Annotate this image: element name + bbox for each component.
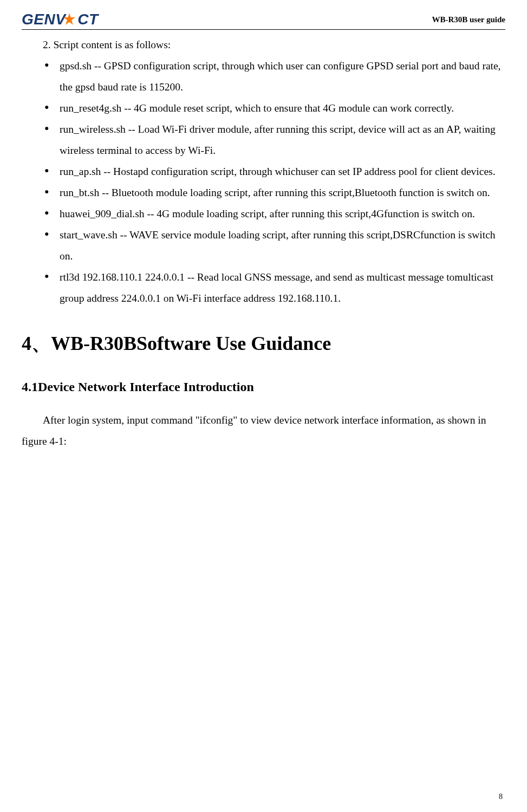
list-item: rtl3d 192.168.110.1 224.0.0.1 -- Read lo…	[48, 267, 505, 309]
list-item: run_bt.sh -- Bluetooth module loading sc…	[48, 182, 505, 203]
section-heading: 4、WB-R30BSoftware Use Guidance	[22, 324, 505, 363]
page-number: 8	[499, 792, 503, 801]
list-item: run_reset4g.sh -- 4G module reset script…	[48, 98, 505, 119]
logo: GENV CT	[22, 11, 99, 28]
body-content: 2. Script content is as follows: gpsd.sh…	[22, 34, 505, 452]
intro-line: 2. Script content is as follows:	[22, 34, 505, 55]
list-item: huawei_909_dial.sh -- 4G module loading …	[48, 203, 505, 224]
list-item: run_ap.sh -- Hostapd configuration scrip…	[48, 161, 505, 182]
page-header: GENV CT WB-R30B user guide	[22, 11, 505, 30]
list-item: start_wave.sh -- WAVE service module loa…	[48, 224, 505, 267]
svg-marker-0	[63, 13, 75, 25]
list-item: gpsd.sh -- GPSD configuration script, th…	[48, 55, 505, 98]
script-list: gpsd.sh -- GPSD configuration script, th…	[22, 55, 505, 309]
paragraph: After login system, input command "ifcon…	[22, 410, 505, 452]
header-title: WB-R30B user guide	[432, 15, 505, 24]
logo-star-icon	[62, 12, 76, 27]
logo-text-right: CT	[77, 11, 98, 28]
subsection-heading: 4.1Device Network Interface Introduction	[22, 374, 505, 400]
list-item: run_wireless.sh -- Load Wi-Fi driver mod…	[48, 119, 505, 161]
logo-text-left: GENV	[22, 11, 66, 28]
